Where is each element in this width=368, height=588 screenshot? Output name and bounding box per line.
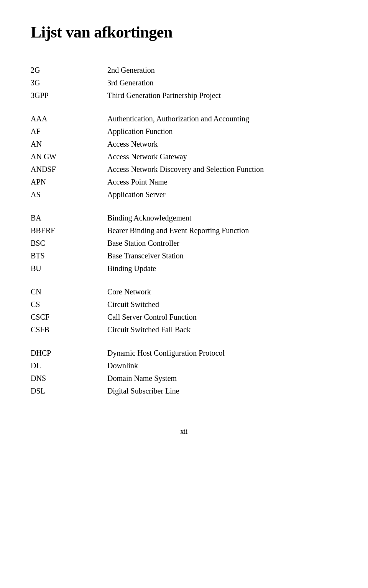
- abbr-term: AN GW: [31, 151, 107, 163]
- abbr-term: BSC: [31, 237, 107, 249]
- abbr-group-4: DHCPDynamic Host Configuration ProtocolD…: [31, 336, 337, 397]
- page-title: Lijst van afkortingen: [31, 23, 337, 41]
- abbr-definition: Digital Subscriber Line: [107, 385, 337, 397]
- abbr-row: BTSBase Transceiver Station: [31, 250, 337, 262]
- abbr-term: BU: [31, 263, 107, 274]
- abbr-definition: Access Network: [107, 138, 337, 150]
- abbr-term: AS: [31, 189, 107, 201]
- abbr-row: CNCore Network: [31, 286, 337, 298]
- abbr-row: DSLDigital Subscriber Line: [31, 385, 337, 397]
- abbr-definition: Authentication, Authorization and Accoun…: [107, 113, 337, 125]
- abbr-term: 3GPP: [31, 90, 107, 101]
- abbr-term: BA: [31, 212, 107, 224]
- abbr-row: DNSDomain Name System: [31, 372, 337, 384]
- abbr-definition: Bearer Binding and Event Reporting Funct…: [107, 225, 337, 237]
- abbr-definition: Access Point Name: [107, 176, 337, 188]
- abbr-term: CS: [31, 299, 107, 310]
- abbr-row: CSCircuit Switched: [31, 299, 337, 310]
- abbr-group-3: CNCore NetworkCSCircuit SwitchedCSCFCall…: [31, 275, 337, 336]
- abbr-row: 3G3rd Generation: [31, 77, 337, 89]
- abbr-definition: Application Server: [107, 189, 337, 201]
- abbr-term: AAA: [31, 113, 107, 125]
- abbr-row: 3GPPThird Generation Partnership Project: [31, 90, 337, 101]
- abbr-term: CN: [31, 286, 107, 298]
- abbr-term: AN: [31, 138, 107, 150]
- abbr-definition: Base Station Controller: [107, 237, 337, 249]
- abbr-definition: Circuit Switched: [107, 299, 337, 310]
- abbr-definition: Base Transceiver Station: [107, 250, 337, 262]
- abbr-row: BBERFBearer Binding and Event Reporting …: [31, 225, 337, 237]
- abbr-term: APN: [31, 176, 107, 188]
- abbr-term: CSCF: [31, 311, 107, 323]
- abbr-row: DHCPDynamic Host Configuration Protocol: [31, 347, 337, 359]
- abbr-definition: Application Function: [107, 126, 337, 137]
- abbr-term: AF: [31, 126, 107, 137]
- abbr-definition: 2nd Generation: [107, 64, 337, 76]
- abbr-term: BBERF: [31, 225, 107, 237]
- page-number: xii: [180, 428, 187, 435]
- abbr-term: BTS: [31, 250, 107, 262]
- abbr-row: ASApplication Server: [31, 189, 337, 201]
- abbr-group-0: 2G2nd Generation3G3rd Generation3GPPThir…: [31, 64, 337, 101]
- abbr-term: DL: [31, 360, 107, 372]
- abbr-term: ANDSF: [31, 163, 107, 175]
- abbr-definition: Access Network Discovery and Selection F…: [107, 163, 337, 175]
- abbr-definition: Downlink: [107, 360, 337, 372]
- abbr-row: CSFBCircuit Switched Fall Back: [31, 324, 337, 336]
- abbr-term: DHCP: [31, 347, 107, 359]
- abbreviations-list: 2G2nd Generation3G3rd Generation3GPPThir…: [31, 64, 337, 397]
- abbr-row: DLDownlink: [31, 360, 337, 372]
- abbr-group-2: BABinding AcknowledgementBBERFBearer Bin…: [31, 201, 337, 274]
- abbr-row: BUBinding Update: [31, 263, 337, 274]
- abbr-definition: Domain Name System: [107, 372, 337, 384]
- abbr-term: DSL: [31, 385, 107, 397]
- abbr-definition: Call Server Control Function: [107, 311, 337, 323]
- abbr-row: ANAccess Network: [31, 138, 337, 150]
- abbr-row: ANDSFAccess Network Discovery and Select…: [31, 163, 337, 175]
- abbr-row: AN GWAccess Network Gateway: [31, 151, 337, 163]
- abbr-term: 3G: [31, 77, 107, 89]
- abbr-row: 2G2nd Generation: [31, 64, 337, 76]
- abbr-term: DNS: [31, 372, 107, 384]
- abbr-row: APNAccess Point Name: [31, 176, 337, 188]
- abbr-definition: 3rd Generation: [107, 77, 337, 89]
- page-footer: xii: [31, 428, 337, 436]
- abbr-row: BSCBase Station Controller: [31, 237, 337, 249]
- abbr-row: BABinding Acknowledgement: [31, 212, 337, 224]
- abbr-row: AAAAuthentication, Authorization and Acc…: [31, 113, 337, 125]
- abbr-definition: Access Network Gateway: [107, 151, 337, 163]
- abbr-term: CSFB: [31, 324, 107, 336]
- abbr-definition: Binding Update: [107, 263, 337, 274]
- abbr-group-1: AAAAuthentication, Authorization and Acc…: [31, 102, 337, 201]
- abbr-term: 2G: [31, 64, 107, 76]
- abbr-row: CSCFCall Server Control Function: [31, 311, 337, 323]
- abbr-definition: Third Generation Partnership Project: [107, 90, 337, 101]
- abbr-definition: Core Network: [107, 286, 337, 298]
- abbr-definition: Binding Acknowledgement: [107, 212, 337, 224]
- abbr-definition: Dynamic Host Configuration Protocol: [107, 347, 337, 359]
- abbr-row: AFApplication Function: [31, 126, 337, 137]
- abbr-definition: Circuit Switched Fall Back: [107, 324, 337, 336]
